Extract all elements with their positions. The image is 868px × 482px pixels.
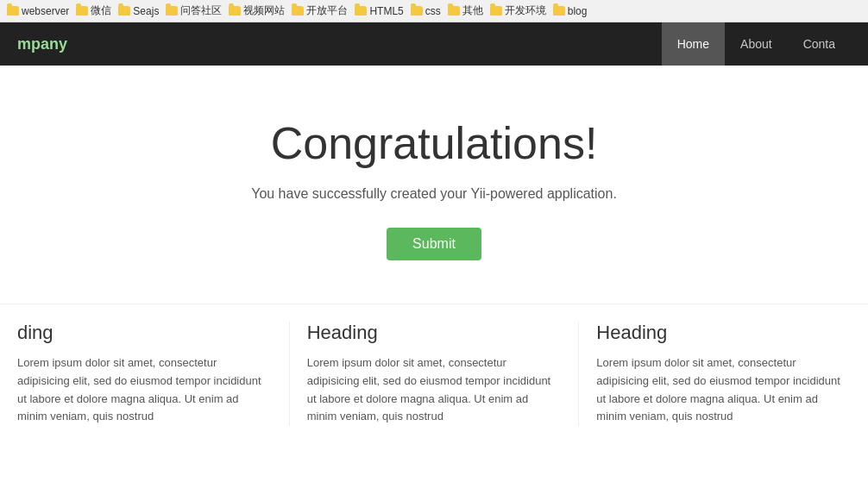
bookmark-qa[interactable]: 问答社区	[166, 3, 222, 18]
bookmark-label: 开放平台	[306, 3, 348, 18]
column-1-heading: ding	[17, 322, 272, 344]
bookmark-seajs[interactable]: Seajs	[118, 5, 159, 17]
folder-icon	[118, 6, 130, 16]
bookmark-blog[interactable]: blog	[553, 5, 588, 17]
nav-item-home[interactable]: Home	[662, 22, 725, 66]
bookmark-open-platform[interactable]: 开放平台	[292, 3, 348, 18]
bookmark-label: webserver	[22, 5, 69, 17]
folder-icon	[7, 6, 19, 16]
bookmark-other[interactable]: 其他	[448, 3, 483, 18]
navbar: mpany Home About Conta	[0, 22, 868, 66]
folder-icon	[553, 6, 565, 16]
column-2-heading: Heading	[307, 322, 562, 344]
nav-link-home[interactable]: Home	[662, 22, 725, 66]
hero-subtext: You have successfully created your Yii-p…	[17, 186, 851, 202]
folder-icon	[490, 6, 502, 16]
bookmark-label: css	[425, 5, 441, 17]
folder-icon	[292, 6, 304, 16]
bookmark-video[interactable]: 视频网站	[229, 3, 285, 18]
bookmark-css[interactable]: css	[411, 5, 441, 17]
column-2-body: Lorem ipsum dolor sit amet, consectetur …	[307, 354, 562, 426]
nav-link-contact[interactable]: Conta	[788, 22, 851, 66]
bookmark-webserver[interactable]: webserver	[7, 5, 69, 17]
hero-section: Congratulations! You have successfully c…	[0, 66, 868, 304]
submit-button[interactable]: Submit	[387, 228, 481, 260]
bookmark-html5[interactable]: HTML5	[355, 5, 403, 17]
column-1-body: Lorem ipsum dolor sit amet, consectetur …	[17, 354, 272, 426]
folder-icon	[229, 6, 241, 16]
folder-icon	[166, 6, 178, 16]
column-2: Heading Lorem ipsum dolor sit amet, cons…	[290, 322, 580, 426]
column-1: ding Lorem ipsum dolor sit amet, consect…	[0, 322, 290, 426]
bookmark-label: blog	[568, 5, 588, 17]
folder-icon	[411, 6, 423, 16]
hero-heading: Congratulations!	[17, 117, 851, 169]
column-3: Heading Lorem ipsum dolor sit amet, cons…	[579, 322, 868, 426]
nav-item-about[interactable]: About	[725, 22, 788, 66]
column-3-body: Lorem ipsum dolor sit amet, consectetur …	[596, 354, 851, 426]
bookmarks-bar: webserver 微信 Seajs 问答社区 视频网站 开放平台 HTML5 …	[0, 0, 868, 22]
bookmark-label: 开发环境	[505, 3, 546, 18]
nav-link-about[interactable]: About	[725, 22, 788, 66]
columns-section: ding Lorem ipsum dolor sit amet, consect…	[0, 304, 868, 443]
bookmark-label: HTML5	[369, 5, 403, 17]
bookmark-label: 视频网站	[243, 3, 285, 18]
navbar-brand[interactable]: mpany	[17, 35, 67, 53]
folder-icon	[448, 6, 460, 16]
bookmark-label: Seajs	[133, 5, 159, 17]
folder-icon	[76, 6, 88, 16]
bookmark-label: 其他	[462, 3, 483, 18]
column-3-heading: Heading	[596, 322, 851, 344]
bookmark-label: 微信	[91, 3, 111, 18]
bookmark-weixin[interactable]: 微信	[76, 3, 111, 18]
folder-icon	[355, 6, 367, 16]
bookmark-label: 问答社区	[180, 3, 222, 18]
nav-item-contact[interactable]: Conta	[788, 22, 851, 66]
navbar-nav: Home About Conta	[662, 22, 851, 66]
bookmark-dev-env[interactable]: 开发环境	[490, 3, 546, 18]
